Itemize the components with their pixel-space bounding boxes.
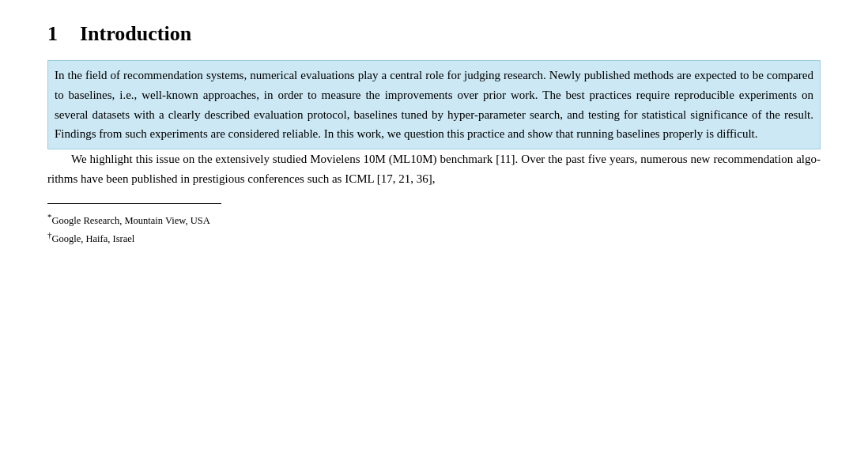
footnote-1: *Google Research, Mountain View, USA [47,210,821,229]
section-number: 1 [47,22,58,46]
page-container: 1 Introduction In the field of recommend… [0,0,868,461]
footnote-2: †Google, Haifa, Israel [47,229,821,247]
normal-paragraph: We highlight this issue on the extensive… [47,149,821,189]
footnote-1-text: Google Research, Mountain View, USA [52,215,210,226]
footnote-2-text: Google, Haifa, Israel [52,233,135,244]
section-heading: 1 Introduction [47,22,821,46]
normal-paragraph-text: We highlight this issue on the extensive… [47,153,821,185]
footnote-separator [47,203,221,204]
section-title: Introduction [80,22,191,46]
highlighted-paragraph: In the field of recommendation systems, … [47,60,821,149]
